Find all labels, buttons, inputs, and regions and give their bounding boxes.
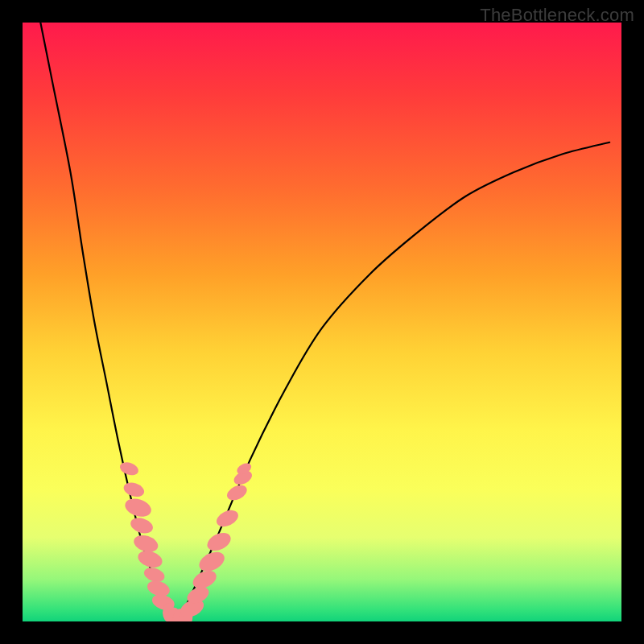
watermark-text: TheBottleneck.com — [480, 5, 634, 26]
curve-marker — [122, 480, 146, 499]
curve-marker — [129, 515, 155, 536]
curve-marker — [225, 482, 250, 503]
curve-layer — [23, 23, 621, 621]
curve-marker — [196, 548, 228, 575]
curve-marker — [123, 496, 154, 520]
bottleneck-curve — [40, 23, 609, 621]
marker-group — [118, 460, 254, 621]
curve-marker — [136, 548, 164, 571]
chart-frame: TheBottleneck.com — [0, 0, 644, 644]
curve-marker — [118, 460, 140, 478]
plot-area — [23, 23, 621, 621]
